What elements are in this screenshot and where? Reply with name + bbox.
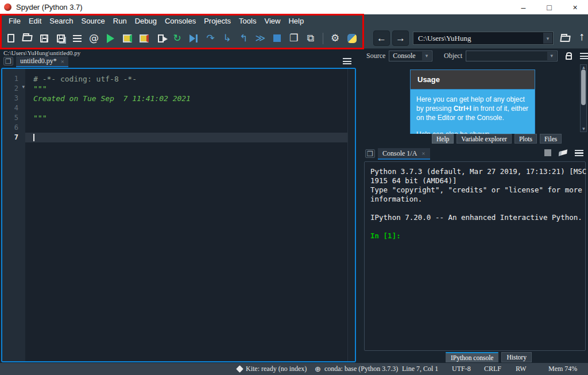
- tab-plots[interactable]: Plots: [514, 134, 537, 144]
- menu-item-help[interactable]: Help: [284, 16, 308, 26]
- menu-item-file[interactable]: File: [5, 16, 25, 26]
- console-prompt: In [1]:: [370, 231, 579, 241]
- maximize-button[interactable]: □: [536, 0, 562, 14]
- menu-item-debug[interactable]: Debug: [131, 16, 161, 26]
- menu-item-search[interactable]: Search: [45, 16, 77, 26]
- help-source-combobox[interactable]: Console ▾: [389, 51, 432, 61]
- save-all-button[interactable]: [52, 30, 69, 47]
- menu-item-source[interactable]: Source: [78, 16, 109, 26]
- menu-item-run[interactable]: Run: [109, 16, 131, 26]
- browse-console-tabs-button[interactable]: ❐: [365, 149, 375, 158]
- main-toolbar: @↻↷↳↰≫❐⧉⚙ ← → C:\Users\YuHung ▾ ↑: [0, 28, 588, 49]
- step-into-button[interactable]: ↳: [219, 30, 235, 47]
- code-line: """: [25, 113, 347, 123]
- line-number-gutter: ▾ 1234567: [2, 69, 25, 361]
- continue-execution-icon: ≫: [256, 33, 266, 43]
- browse-directory-button[interactable]: [558, 32, 572, 45]
- kite-status[interactable]: Kite: ready (no index): [237, 363, 307, 375]
- python-environment-button[interactable]: [343, 30, 360, 47]
- ctrl-i-shortcut: Ctrl+I: [454, 105, 471, 113]
- maximize-pane-button[interactable]: ❐: [285, 30, 302, 47]
- console-tab[interactable]: Console 1/A ×: [378, 148, 430, 160]
- menu-item-consoles[interactable]: Consoles: [161, 16, 200, 26]
- run-file-button[interactable]: [102, 30, 119, 47]
- step-return-button[interactable]: ↰: [235, 30, 252, 47]
- debug-file-icon: [189, 34, 199, 42]
- cursor-position-label: Line 7, Col 1: [402, 365, 438, 373]
- title-bar: Spyder (Python 3.7) – □ ×: [0, 0, 588, 14]
- run-current-line-icon: ↷: [206, 33, 214, 43]
- run-selection-button[interactable]: [152, 30, 169, 47]
- forward-button[interactable]: →: [392, 30, 409, 46]
- parent-directory-button[interactable]: ↑: [574, 30, 588, 42]
- interrupt-kernel-icon[interactable]: [544, 149, 551, 156]
- menu-item-projects[interactable]: Projects: [200, 16, 235, 26]
- menu-item-edit[interactable]: Edit: [25, 16, 45, 26]
- menu-bar: FileEditSearchSourceRunDebugConsolesProj…: [0, 14, 588, 28]
- code-editor[interactable]: ▾ 1234567 # -*- coding: utf-8 -*-"""Crea…: [1, 68, 356, 362]
- source-label: Source: [366, 52, 385, 60]
- run-cell-button[interactable]: [119, 30, 136, 47]
- encoding-label: UTF-8: [452, 365, 471, 373]
- help-options-menu-icon[interactable]: [580, 53, 588, 59]
- close-tab-icon[interactable]: ×: [421, 150, 425, 157]
- memory-usage-label: Mem 74%: [548, 365, 577, 373]
- kite-status-label: Kite: ready (no index): [246, 365, 307, 373]
- scrollbar-thumb[interactable]: [581, 69, 586, 105]
- eol-status: CRLF: [484, 363, 501, 375]
- close-button[interactable]: ×: [562, 0, 588, 14]
- stop-debug-button[interactable]: [269, 30, 285, 47]
- scroll-down-icon[interactable]: ▼: [581, 126, 586, 132]
- tab-files[interactable]: Files: [540, 134, 562, 144]
- line-number: 3: [2, 94, 25, 103]
- console-options-menu-icon[interactable]: [575, 150, 583, 156]
- fullscreen-button[interactable]: ⧉: [302, 30, 319, 47]
- code-area[interactable]: # -*- coding: utf-8 -*-"""Created on Tue…: [25, 69, 347, 361]
- run-cell-advance-button[interactable]: [136, 30, 152, 47]
- back-button[interactable]: ←: [373, 30, 390, 46]
- find-symbols-button[interactable]: @: [86, 30, 102, 47]
- tab-ipython-console[interactable]: IPython console: [446, 352, 498, 362]
- tab-history[interactable]: History: [501, 352, 532, 362]
- close-tab-icon[interactable]: ×: [61, 58, 64, 65]
- preferences-button[interactable]: ⚙: [327, 30, 343, 47]
- code-fold-icon[interactable]: ▾: [22, 84, 25, 90]
- debug-file-button[interactable]: [185, 30, 202, 47]
- editor-scrollbar[interactable]: [347, 69, 355, 361]
- save-button[interactable]: [36, 30, 52, 47]
- remove-variables-icon[interactable]: [559, 149, 567, 156]
- new-file-button[interactable]: [2, 30, 19, 47]
- chevron-down-icon[interactable]: ▾: [543, 33, 552, 44]
- file-switcher-button[interactable]: [69, 30, 86, 47]
- open-file-button[interactable]: [19, 30, 36, 47]
- run-current-line-button[interactable]: ↷: [202, 30, 219, 47]
- menu-item-tools[interactable]: Tools: [235, 16, 260, 26]
- file-switcher-icon: [73, 35, 82, 42]
- help-scrollbar[interactable]: ▲ ▼: [580, 64, 587, 132]
- browse-tabs-button[interactable]: ❐: [3, 57, 13, 65]
- console-output-line: IPython 7.20.0 -- An enhanced Interactiv…: [370, 213, 579, 222]
- editor-pane: C:\Users\YuHung\untitled0.py ❐ untitled0…: [1, 49, 357, 363]
- chevron-down-icon[interactable]: ▾: [422, 52, 431, 60]
- fullscreen-icon: ⧉: [307, 33, 314, 43]
- kite-icon: [236, 365, 243, 373]
- minimize-button[interactable]: –: [510, 0, 536, 14]
- working-directory-combobox[interactable]: C:\Users\YuHung ▾: [413, 32, 554, 45]
- console-bottom-tab-bar: IPython consoleHistory: [361, 352, 588, 363]
- help-object-combobox[interactable]: ▾: [466, 51, 558, 61]
- continue-execution-button[interactable]: ≫: [252, 30, 269, 47]
- rerun-last-button[interactable]: ↻: [169, 30, 185, 47]
- usage-body: Here you can get help of any object by p…: [411, 90, 535, 134]
- tab-variable-explorer[interactable]: Variable explorer: [457, 134, 512, 144]
- ipython-console[interactable]: Python 3.7.3 (default, Mar 27 2019, 17:1…: [364, 161, 586, 351]
- menu-item-view[interactable]: View: [260, 16, 284, 26]
- code-line: [25, 103, 347, 113]
- chevron-down-icon[interactable]: ▾: [547, 52, 556, 60]
- editor-options-menu-icon[interactable]: [343, 58, 351, 64]
- tab-help[interactable]: Help: [432, 134, 454, 144]
- editor-tab[interactable]: untitled0.py* ×: [16, 56, 68, 67]
- usage-card: Usage Here you can get help of any objec…: [410, 69, 535, 134]
- conda-status[interactable]: ⊕conda: base (Python 3.7.3): [315, 363, 398, 375]
- help-tab-bar: HelpVariable explorerPlotsFiles: [361, 134, 588, 144]
- lock-icon[interactable]: [566, 55, 572, 60]
